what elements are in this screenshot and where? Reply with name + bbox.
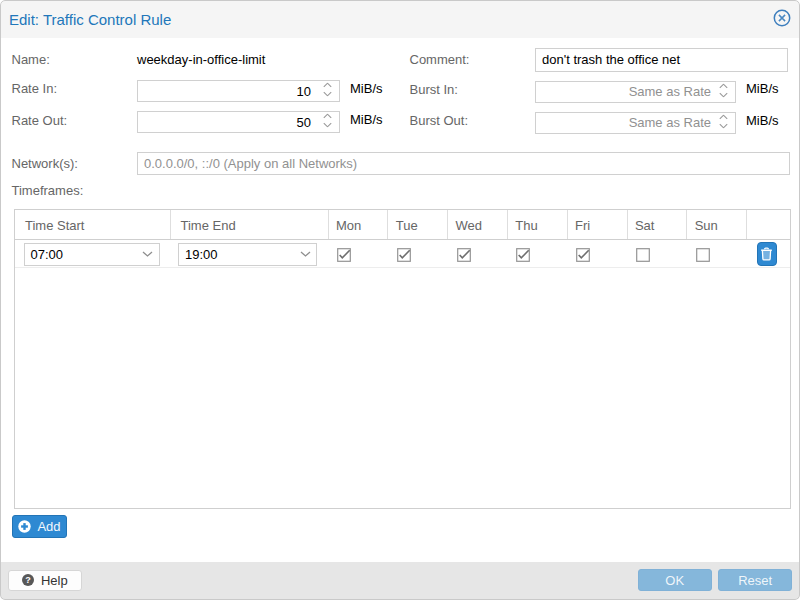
svg-text:?: ? bbox=[25, 575, 31, 585]
